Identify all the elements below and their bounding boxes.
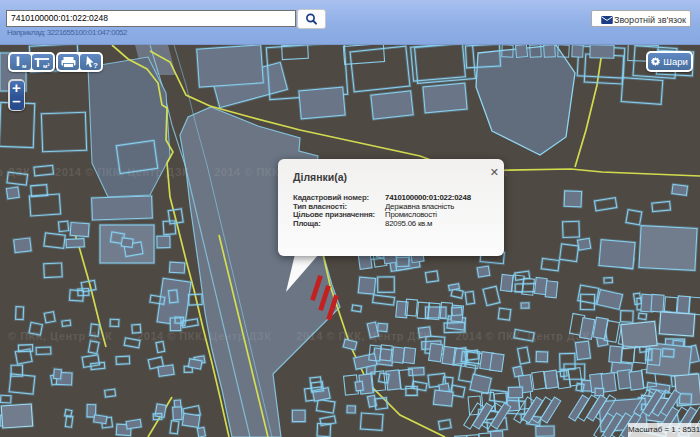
svg-text:?: ?: [93, 61, 98, 70]
svg-text:м²: м²: [43, 63, 49, 69]
svg-text:© ПКК, Центр ДЗК 2014 ©: © ПКК, Центр ДЗК 2014 © ПКК, Центр ДЗК 2…: [8, 330, 590, 342]
svg-text:м: м: [22, 63, 27, 69]
